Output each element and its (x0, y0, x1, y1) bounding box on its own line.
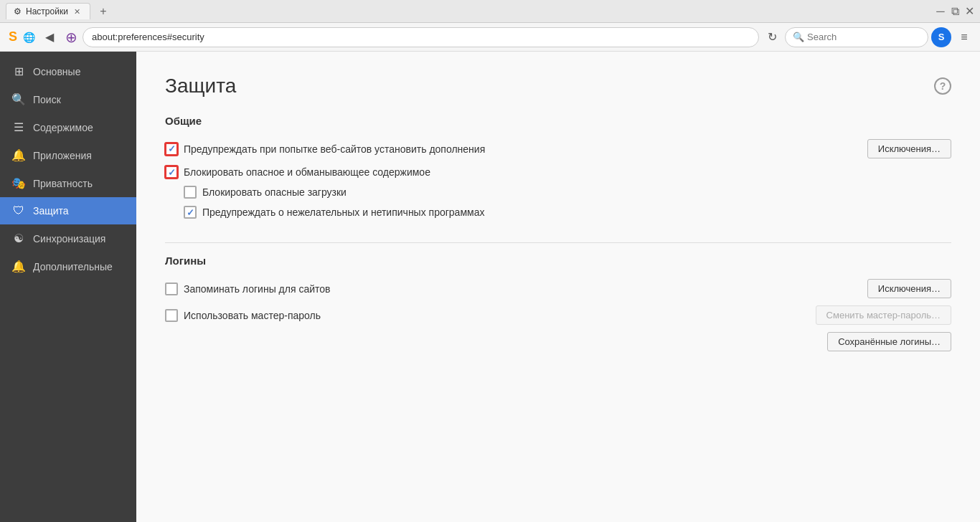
content-icon: ☰ (11, 120, 26, 134)
setting-block-dangerous-row: ✓ Блокировать опасное и обманывающее сод… (165, 162, 951, 182)
avatar-icon: 🌐 (22, 32, 37, 43)
menu-button[interactable]: ≡ (954, 27, 974, 47)
master-password-label: Использовать мастер-пароль (184, 310, 321, 321)
remember-logins-label: Запоминать логины для сайтов (184, 283, 330, 295)
tab-title: Настройки (26, 6, 68, 16)
tor-logo: ⊕ (62, 29, 80, 46)
help-button[interactable]: ? (934, 77, 951, 95)
back-button[interactable]: ◀ (39, 27, 60, 47)
remember-logins-exceptions-button[interactable]: Исключения… (867, 279, 951, 298)
new-tab-button[interactable]: + (95, 3, 112, 20)
setting-warn-addons-left: ✓ Предупреждать при попытке веб-сайтов у… (165, 143, 485, 156)
block-downloads-checkbox[interactable] (184, 186, 197, 199)
search-input[interactable] (807, 32, 915, 42)
active-tab[interactable]: ⚙ Настройки ✕ (6, 3, 90, 19)
sidebar-item-content[interactable]: ☰ Содержимое (0, 113, 136, 141)
sidebar-item-general[interactable]: ⊞ Основные (0, 57, 136, 85)
navbar: S 🌐 ◀ ⊕ ↻ 🔍 S ≡ (0, 23, 980, 52)
tab-bar: ⚙ Настройки ✕ + (6, 3, 112, 20)
sidebar-item-security-label: Защита (33, 205, 69, 217)
search-icon: 🔍 (793, 32, 804, 42)
reload-button[interactable]: ↻ (762, 27, 782, 47)
sync-icon: ☯ (11, 232, 26, 245)
page-title: Защита (165, 75, 236, 98)
sidebar-item-advanced-label: Дополнительные (33, 261, 113, 272)
sidebar-item-sync-label: Синхронизация (33, 233, 105, 245)
sidebar-item-privacy[interactable]: 🎭 Приватность (0, 169, 136, 197)
block-dangerous-checkbox[interactable]: ✓ (165, 166, 178, 179)
url-bar[interactable] (83, 27, 759, 47)
apps-icon: 🔔 (11, 148, 26, 162)
sidebar-item-search[interactable]: 🔍 Поиск (0, 85, 136, 113)
warn-unwanted-label: Предупреждать о нежелательных и нетипичн… (202, 207, 484, 218)
security-icon: 🛡 (11, 204, 26, 217)
sidebar-item-apps-label: Приложения (33, 150, 92, 161)
window-controls: ─ ⧉ ✕ (936, 6, 974, 16)
minimize-button[interactable]: ─ (936, 6, 946, 16)
restore-button[interactable]: ⧉ (950, 6, 960, 16)
warn-addons-label: Предупреждать при попытке веб-сайтов уст… (184, 143, 485, 155)
sidebar: ⊞ Основные 🔍 Поиск ☰ Содержимое 🔔 Прилож… (0, 52, 136, 522)
warn-addons-checkmark: ✓ (168, 143, 176, 154)
general-icon: ⊞ (11, 65, 26, 78)
remember-logins-left: Запоминать логины для сайтов (165, 283, 330, 295)
page-header: Защита ? (165, 75, 951, 98)
block-dangerous-label: Блокировать опасное и обманывающее содер… (184, 166, 430, 178)
remember-logins-row: Запоминать логины для сайтов Исключения… (165, 275, 951, 302)
master-password-left: Использовать мастер-пароль (165, 309, 321, 322)
setting-block-downloads-row: Блокировать опасные загрузки (165, 182, 951, 202)
sidebar-item-sync[interactable]: ☯ Синхронизация (0, 224, 136, 252)
logins-section-title: Логины (165, 255, 951, 267)
warn-addons-exceptions-button[interactable]: Исключения… (867, 139, 951, 158)
warn-unwanted-checkmark: ✓ (187, 207, 194, 218)
general-section: Общие ✓ Предупреждать при попытке веб-са… (165, 115, 951, 222)
sidebar-item-general-label: Основные (33, 66, 80, 77)
search-bar: 🔍 (785, 27, 928, 47)
brand-logo: S (6, 29, 20, 44)
sidebar-item-advanced[interactable]: 🔔 Дополнительные (0, 252, 136, 280)
logins-section: Логины Запоминать логины для сайтов Искл… (165, 255, 951, 355)
close-button[interactable]: ✕ (964, 6, 974, 16)
profile-button[interactable]: S (931, 27, 951, 47)
setting-warn-unwanted-row: ✓ Предупреждать о нежелательных и нетипи… (165, 202, 951, 222)
saved-logins-row: Сохранённые логины… (165, 328, 951, 355)
master-password-checkbox[interactable] (165, 309, 178, 322)
saved-logins-button[interactable]: Сохранённые логины… (827, 332, 951, 351)
warn-addons-checkbox[interactable]: ✓ (165, 143, 178, 156)
master-password-row: Использовать мастер-пароль Сменить масте… (165, 302, 951, 328)
remember-logins-checkbox[interactable] (165, 283, 178, 295)
setting-warn-addons-row: ✓ Предупреждать при попытке веб-сайтов у… (165, 136, 951, 162)
titlebar: ⚙ Настройки ✕ + ─ ⧉ ✕ (0, 0, 980, 23)
privacy-icon: 🎭 (11, 176, 26, 190)
general-section-title: Общие (165, 115, 951, 127)
sidebar-item-security[interactable]: 🛡 Защита (0, 197, 136, 224)
tor-onion-icon: ⊕ (65, 29, 77, 46)
settings-tab-icon: ⚙ (14, 6, 22, 16)
sidebar-item-apps[interactable]: 🔔 Приложения (0, 141, 136, 169)
block-downloads-label: Блокировать опасные загрузки (202, 186, 347, 198)
section-divider (165, 242, 951, 243)
content-area: Защита ? Общие ✓ Предупреждать при попыт… (136, 52, 980, 522)
tab-close-button[interactable]: ✕ (72, 6, 83, 16)
main-layout: ⊞ Основные 🔍 Поиск ☰ Содержимое 🔔 Прилож… (0, 52, 980, 522)
sidebar-item-content-label: Содержимое (33, 122, 93, 133)
sidebar-item-privacy-label: Приватность (33, 178, 93, 189)
search-nav-icon: 🔍 (11, 92, 26, 106)
change-master-password-button[interactable]: Сменить мастер-пароль… (816, 305, 951, 325)
warn-unwanted-checkbox[interactable]: ✓ (184, 206, 197, 219)
advanced-icon: 🔔 (11, 260, 26, 273)
sidebar-item-search-label: Поиск (33, 94, 61, 105)
block-dangerous-checkmark: ✓ (168, 167, 176, 178)
